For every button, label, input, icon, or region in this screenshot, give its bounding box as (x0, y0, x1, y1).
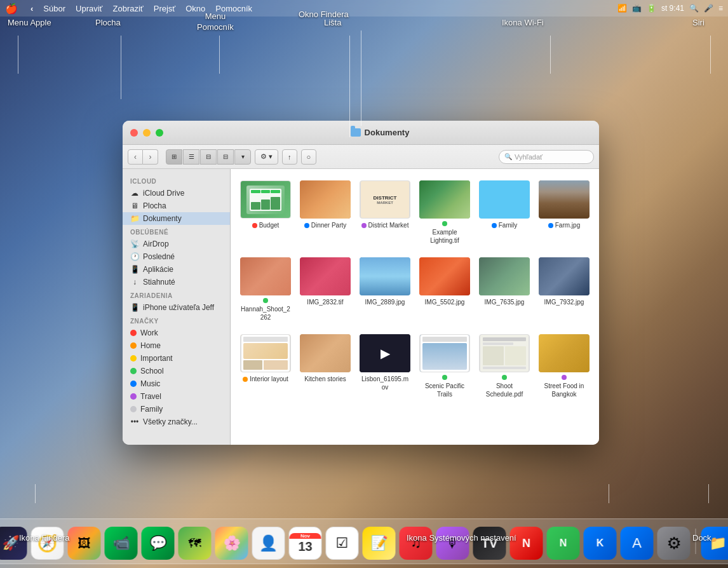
file-item-interior[interactable]: Interior layout (238, 330, 293, 402)
img5502-thumbnail (419, 257, 470, 295)
interior-dot (243, 377, 248, 382)
menubar-upravit[interactable]: Upraviť (76, 4, 102, 13)
folder-icon (351, 128, 361, 137)
close-button[interactable] (130, 129, 138, 137)
sidebar-item-stiahute[interactable]: ↓ Stiahnuté (123, 276, 230, 288)
music-label: Music (140, 379, 160, 388)
sidebar-item-airdrop[interactable]: 📡 AirDrop (123, 238, 230, 250)
menubar-pomocnik[interactable]: Pomocník (215, 4, 252, 13)
dock-contacts[interactable]: 👤 (252, 527, 285, 560)
sidebar-item-aplikacie[interactable]: 📱 Aplikácie (123, 263, 230, 276)
menubar-okno[interactable]: Okno (185, 4, 205, 13)
sidebar-item-work[interactable]: Work (123, 327, 230, 339)
gallery-view-button[interactable]: ⊟ (217, 149, 234, 165)
siri-icon[interactable]: 🎤 (704, 4, 713, 13)
forward-button[interactable]: › (143, 149, 158, 165)
file-item-dinner-party[interactable]: Dinner Party (298, 177, 353, 248)
file-item-farm[interactable]: Farm.jpg (537, 177, 591, 248)
search-box[interactable]: 🔍 Vyhľadať (499, 150, 594, 164)
sidebar-item-icloud-drive[interactable]: ☁ iCloud Drive (123, 187, 230, 199)
sidebar-item-posledne[interactable]: 🕐 Posledné (123, 250, 230, 263)
sidebar-item-dokumenty[interactable]: 📁 Dokumenty (123, 212, 230, 225)
dock-photos-browse[interactable]: 🖼 (68, 527, 101, 560)
sidebar-item-all-tags[interactable]: ••• Všetky značky... (123, 416, 230, 428)
file-item-district-market[interactable]: DISTRICT MARKET District Market (358, 177, 412, 248)
file-item-example-lighting[interactable]: Example Lighting.tif (417, 177, 472, 248)
file-item-street[interactable]: Street Food in Bangkok (537, 330, 591, 402)
view-options-button[interactable]: ▾ (234, 149, 251, 165)
file-item-img2889[interactable]: IMG_2889.jpg (358, 254, 412, 325)
dock-music[interactable]: ♫ (400, 527, 433, 560)
menubar-subor[interactable]: Súbor (43, 4, 65, 13)
dock-maps[interactable]: 🗺 (179, 527, 212, 560)
posledne-label: Posledné (143, 252, 175, 261)
dock-numbers[interactable]: N (547, 527, 580, 560)
action-button[interactable]: ⚙ ▾ (255, 149, 278, 165)
budget-dot (252, 223, 257, 228)
dock-notes[interactable]: 📝 (363, 527, 396, 560)
file-item-kitchen[interactable]: Kitchen stories (298, 330, 353, 402)
dock-messages[interactable]: 💬 (142, 527, 175, 560)
nav-buttons: ‹ › (128, 149, 158, 165)
file-item-img2832[interactable]: IMG_2832.tif (298, 254, 353, 325)
dock-calendar[interactable]: Nov 13 (289, 527, 322, 560)
menubar: 🍎 ‹ Súbor Upraviť Zobraziť Prejsť Okno P… (0, 0, 728, 17)
sidebar-item-plocha[interactable]: 🖥 Plocha (123, 199, 230, 212)
icon-view-button[interactable]: ⊞ (166, 149, 182, 165)
shoot-label: Shoot Schedule.pdf (480, 375, 529, 398)
district-dot (361, 223, 367, 228)
file-item-hannah[interactable]: Hannah_Shoot_2262 (238, 254, 293, 325)
dock-reminders[interactable]: ☑ (326, 527, 359, 560)
file-item-img7635[interactable]: IMG_7635.jpg (477, 254, 532, 325)
window-titlebar: Dokumenty (123, 121, 599, 145)
sidebar-item-home[interactable]: Home (123, 339, 230, 352)
sidebar-item-iphone[interactable]: 📱 iPhone užívateľa Jeff (123, 301, 230, 314)
sidebar-item-music[interactable]: Music (123, 377, 230, 390)
sidebar-item-travel[interactable]: Travel (123, 390, 230, 403)
sidebar-item-family[interactable]: Family (123, 403, 230, 416)
back-button[interactable]: ‹ (128, 149, 143, 165)
dock-appstore[interactable]: A (621, 527, 654, 560)
control-center-icon[interactable]: ≡ (718, 4, 723, 13)
dock-news[interactable]: N (510, 527, 543, 560)
dock-preferences[interactable]: ⚙ (657, 527, 691, 560)
sidebar-item-school[interactable]: School (123, 365, 230, 377)
search-menu-icon[interactable]: 🔍 (689, 4, 699, 13)
maximize-button[interactable] (156, 129, 163, 137)
tag-button[interactable]: ○ (301, 149, 317, 165)
file-item-img5502[interactable]: IMG_5502.jpg (417, 254, 472, 325)
dock-launchpad[interactable]: 🚀 (0, 527, 27, 560)
dock-podcasts[interactable]: 🎙 (436, 527, 469, 560)
dock-facetime[interactable]: 📹 (105, 527, 138, 560)
interior-label: Interior layout (243, 375, 288, 383)
dock-appletv[interactable]: TV (473, 527, 506, 560)
file-item-family[interactable]: Family (477, 177, 532, 248)
img2889-label: IMG_2889.jpg (365, 298, 405, 306)
list-view-button[interactable]: ☰ (183, 149, 199, 165)
kitchen-thumbnail (300, 334, 351, 372)
menubar-prejst[interactable]: Prejsť (154, 4, 176, 13)
menubar-left: 🍎 ‹ Súbor Upraviť Zobraziť Prejsť Okno P… (5, 3, 252, 15)
dock-photos[interactable]: 🌸 (215, 527, 248, 560)
column-view-button[interactable]: ⊟ (200, 149, 217, 165)
minimize-button[interactable] (143, 129, 151, 137)
dock-keynote[interactable]: K (584, 527, 617, 560)
file-item-img7932[interactable]: IMG_7932.jpg (537, 254, 591, 325)
img2832-thumbnail (300, 257, 351, 295)
aplikacie-icon: 📱 (130, 265, 139, 274)
apple-menu[interactable]: 🍎 (5, 3, 18, 15)
file-item-budget[interactable]: Budget (238, 177, 293, 248)
menubar-zobrazit[interactable]: Zobraziť (113, 4, 144, 13)
menubar-finder[interactable]: ‹ (30, 4, 33, 13)
dock-safari[interactable]: 🧭 (31, 527, 64, 560)
budget-label: Budget (252, 221, 280, 229)
file-item-scenic[interactable]: Scenic Pacific Trails (417, 330, 472, 402)
dock-files[interactable]: 📁 (701, 527, 729, 560)
file-item-shoot[interactable]: Shoot Schedule.pdf (477, 330, 532, 402)
sidebar-item-important[interactable]: Important (123, 352, 230, 365)
file-item-lisbon[interactable]: ▶ Lisbon_61695.mov (358, 330, 412, 402)
share-button[interactable]: ↑ (282, 149, 297, 165)
music-tag-dot (130, 381, 137, 387)
lisbon-label: Lisbon_61695.mov (360, 375, 410, 391)
window-toolbar: ‹ › ⊞ ☰ ⊟ ⊟ ▾ ⚙ ▾ ↑ ○ 🔍 Vyhľadať (123, 145, 599, 169)
